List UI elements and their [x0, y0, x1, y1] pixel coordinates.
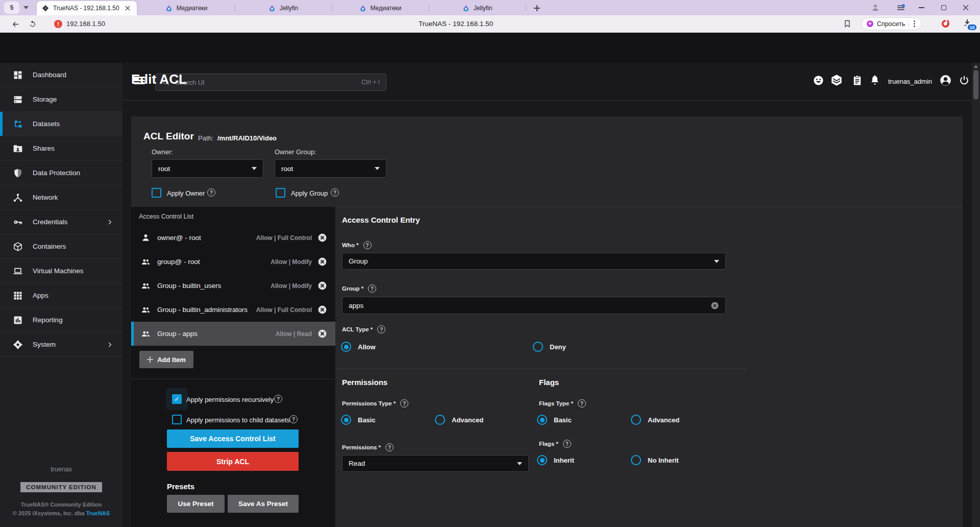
- sidebar-item-storage[interactable]: Storage: [0, 87, 122, 112]
- alerts-bell-icon[interactable]: [869, 74, 880, 86]
- flags-inherit-option[interactable]: Inherit: [537, 455, 574, 465]
- remove-entry-icon[interactable]: [317, 305, 327, 315]
- permissions-type-advanced-option[interactable]: Advanced: [435, 415, 483, 425]
- permissions-type-basic-option[interactable]: Basic: [341, 415, 376, 425]
- tab-jellyfin-2[interactable]: Jellyfin: [430, 1, 525, 15]
- clear-input-icon[interactable]: [710, 301, 719, 310]
- save-as-preset-button[interactable]: Save As Preset: [228, 495, 299, 513]
- copilot-ask-button[interactable]: Спросить: [862, 17, 922, 30]
- not-secure-icon[interactable]: !: [54, 20, 62, 28]
- acl-entry-row[interactable]: Group - builtin_administrators Allow | F…: [131, 298, 335, 322]
- group-help-icon[interactable]: [368, 284, 376, 293]
- permissions-select[interactable]: Read: [342, 455, 529, 472]
- tab-mediateki-2[interactable]: Медиатеки: [333, 1, 428, 15]
- permissions-type-help-icon[interactable]: [400, 399, 408, 408]
- allow-label: Allow: [358, 343, 376, 351]
- remove-entry-icon[interactable]: [317, 281, 327, 291]
- tab-mediateki-1[interactable]: Медиатеки: [139, 1, 234, 15]
- use-preset-button[interactable]: Use Preset: [167, 495, 225, 513]
- apply-owner-checkbox[interactable]: [152, 188, 161, 198]
- url-text[interactable]: 192.168.1.50: [66, 20, 105, 28]
- apply-recursive-help-icon[interactable]: [274, 395, 282, 403]
- scroll-up-arrow-icon[interactable]: [974, 65, 978, 68]
- global-search-input[interactable]: Search UI Ctrl + /: [155, 74, 386, 91]
- sidebar-item-label: Containers: [33, 243, 66, 250]
- copilot-menu-icon[interactable]: [914, 23, 915, 25]
- extension-icon[interactable]: [941, 19, 950, 29]
- tab-jellyfin-1[interactable]: Jellyfin: [236, 1, 331, 15]
- sidebar-item-containers[interactable]: Containers: [0, 234, 122, 259]
- acl-entry-row[interactable]: owner@ - root Allow | Full Control: [131, 226, 335, 250]
- new-tab-button[interactable]: [532, 3, 542, 13]
- sidebar-item-datasets[interactable]: Datasets: [0, 112, 122, 136]
- sidebar-item-apps[interactable]: Apps: [0, 283, 122, 308]
- scrollbar-thumb[interactable]: [973, 70, 978, 100]
- group-input[interactable]: apps: [342, 297, 726, 314]
- save-acl-button[interactable]: Save Access Control List: [167, 429, 299, 448]
- copyright-brand-link[interactable]: TrueNAS: [86, 510, 110, 516]
- tab-truenas[interactable]: TrueNAS - 192.168.1.50: [37, 1, 137, 15]
- sidebar-item-system[interactable]: System: [0, 332, 122, 357]
- apply-child-help-icon[interactable]: [289, 415, 298, 423]
- flags-type-advanced-option[interactable]: Advanced: [631, 415, 679, 425]
- acl-type-help-icon[interactable]: [377, 325, 385, 333]
- sidebar-item-label: Apps: [33, 292, 48, 299]
- remove-entry-icon[interactable]: [317, 257, 327, 267]
- tab-close-icon[interactable]: [124, 4, 132, 12]
- acl-type-allow-option[interactable]: Allow: [341, 342, 376, 352]
- flags-type-basic-option[interactable]: Basic: [537, 415, 572, 425]
- acl-type-deny-option[interactable]: Deny: [533, 342, 566, 352]
- reporting-icon: [13, 315, 23, 325]
- owner-group-select[interactable]: root: [275, 159, 386, 178]
- flags-no-inherit-option[interactable]: No Inherit: [631, 455, 679, 465]
- refresh-icon[interactable]: [29, 20, 37, 28]
- downloads-button[interactable]: 10: [963, 18, 975, 31]
- acl-entry-row-selected[interactable]: Group - apps Allow | Read: [131, 322, 335, 346]
- remove-entry-icon[interactable]: [317, 329, 327, 339]
- tab-counter-button[interactable]: 5: [4, 2, 19, 14]
- tab-separator: [429, 5, 429, 11]
- truecommand-icon[interactable]: [830, 74, 843, 87]
- feedback-smiley-icon[interactable]: [813, 75, 824, 86]
- remove-entry-icon[interactable]: [317, 233, 327, 243]
- sidebar-item-credentials[interactable]: Credentials: [0, 210, 122, 234]
- containers-icon: [13, 242, 23, 252]
- browser-profile-icon[interactable]: [871, 3, 880, 12]
- acl-entry-name: Group - builtin_administrators: [157, 306, 248, 314]
- apply-owner-help-icon[interactable]: [207, 188, 215, 197]
- sidebar-item-reporting[interactable]: Reporting: [0, 308, 122, 332]
- window-maximize-button[interactable]: [941, 5, 946, 10]
- jobs-clipboard-icon[interactable]: [851, 74, 863, 86]
- sidebar-item-dashboard[interactable]: Dashboard: [0, 63, 122, 87]
- who-select[interactable]: Group: [342, 253, 726, 270]
- apply-group-checkbox[interactable]: [276, 188, 285, 198]
- favorites-icon[interactable]: [843, 19, 851, 28]
- permissions-type-label-row: Permissions Type *: [342, 399, 408, 408]
- window-minimize-button[interactable]: [919, 7, 924, 8]
- sidebar-item-network[interactable]: Network: [0, 185, 122, 210]
- acl-entry-row[interactable]: group@ - root Allow | Modify: [131, 250, 335, 274]
- flags-help-icon[interactable]: [563, 440, 571, 448]
- sidebar-item-data-protection[interactable]: Data Protection: [0, 161, 122, 185]
- browser-menu-icon[interactable]: [896, 3, 905, 12]
- flags-type-help-icon[interactable]: [578, 399, 586, 408]
- back-icon[interactable]: [11, 20, 20, 29]
- sidebar-item-virtual-machines[interactable]: Virtual Machines: [0, 259, 122, 283]
- tab-search-chevron-icon[interactable]: [23, 6, 29, 9]
- user-avatar[interactable]: [939, 74, 952, 87]
- apply-recursive-checkbox[interactable]: [172, 394, 182, 404]
- permissions-help-icon[interactable]: [385, 443, 394, 451]
- add-item-button[interactable]: Add Item: [139, 351, 193, 368]
- sidebar-item-shares[interactable]: Shares: [0, 136, 122, 161]
- apply-group-help-icon[interactable]: [331, 188, 339, 197]
- apply-child-checkbox[interactable]: [172, 415, 182, 424]
- window-close-button[interactable]: [963, 5, 969, 11]
- acl-entry-row[interactable]: Group - builtin_users Allow | Modify: [131, 274, 335, 298]
- plus-icon: [147, 356, 153, 363]
- page-scrollbar[interactable]: [972, 63, 980, 527]
- strip-acl-button[interactable]: Strip ACL: [167, 452, 299, 471]
- who-help-icon[interactable]: [363, 241, 372, 249]
- power-icon[interactable]: [959, 75, 970, 86]
- basic-label: Basic: [358, 416, 376, 424]
- owner-select[interactable]: root: [152, 159, 263, 178]
